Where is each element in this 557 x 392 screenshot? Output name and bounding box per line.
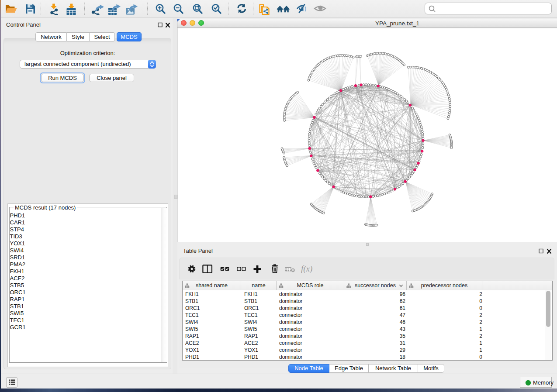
svg-text:f(x): f(x) bbox=[301, 264, 312, 274]
